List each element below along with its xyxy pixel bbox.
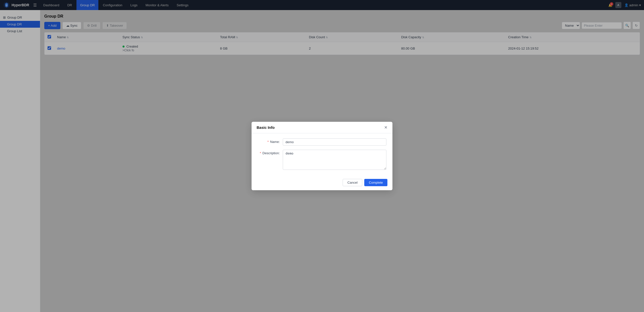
description-input[interactable] [283,150,386,170]
name-label: * Name: [258,138,283,144]
modal-title: Basic Info [257,125,275,130]
modal-overlay[interactable]: Basic Info ✕ * Name: * Description: Canc… [0,0,644,312]
description-label: * Description: [258,150,283,155]
cancel-button[interactable]: Cancel [343,179,362,186]
name-input[interactable] [283,138,386,146]
modal-body: * Name: * Description: [252,133,392,176]
modal-close-button[interactable]: ✕ [384,126,387,130]
complete-button[interactable]: Complete [364,179,387,186]
name-field-row: * Name: [258,138,386,146]
basic-info-modal: Basic Info ✕ * Name: * Description: Canc… [252,122,392,190]
modal-footer: Cancel Complete [252,176,392,190]
modal-header: Basic Info ✕ [252,122,392,133]
description-field-row: * Description: [258,150,386,170]
